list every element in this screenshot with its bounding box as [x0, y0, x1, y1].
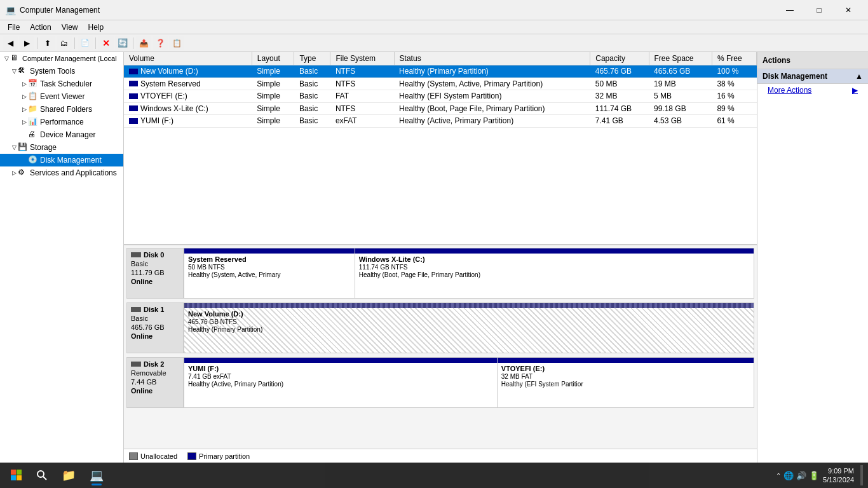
toolbar: ◀ ▶ ⬆ 🗂 📄 ✕ 🔄 📤 ❓ 📋: [0, 34, 868, 52]
tb-forward[interactable]: ▶: [19, 36, 34, 50]
system-tools-icon: 🛠: [18, 66, 28, 76]
computer-mgmt-icon: 💻: [90, 468, 104, 482]
tb-help[interactable]: ❓: [153, 36, 168, 50]
disk-status: Online: [131, 387, 179, 395]
tb-properties[interactable]: 📄: [78, 36, 93, 50]
time-display: 9:09 PM: [823, 466, 854, 475]
partition[interactable]: New Volume (D:) 465.76 GB NTFS Healthy (…: [184, 303, 754, 353]
table-row[interactable]: VTOYEFI (E:) Simple Basic FAT Healthy (E…: [124, 90, 757, 103]
partition[interactable]: VTOYEFI (E:) 32 MB FAT Healthy (EFI Syst…: [498, 358, 754, 407]
col-freespace: Free Space: [649, 52, 712, 65]
task-scheduler-label: Task Scheduler: [40, 79, 92, 88]
disk-name: Disk 2: [131, 360, 179, 368]
storage-icon: 💾: [18, 142, 28, 152]
col-layout: Layout: [252, 52, 294, 65]
cell-fs: NTFS: [330, 65, 394, 78]
cell-layout: Simple: [252, 102, 294, 115]
sidebar-item-event-viewer[interactable]: ▷ 📋 Event Viewer: [0, 90, 123, 103]
close-button[interactable]: ✕: [834, 0, 863, 20]
show-desktop[interactable]: [860, 465, 863, 485]
col-type: Type: [294, 52, 330, 65]
disk-row: Disk 1 Basic 465.76 GB Online New Volume…: [126, 302, 754, 353]
cell-fs: NTFS: [330, 78, 394, 90]
svg-rect-3: [17, 475, 22, 480]
expander-device: [20, 131, 28, 139]
table-row[interactable]: Windows X-Lite (C:) Simple Basic NTFS He…: [124, 102, 757, 115]
cell-status: Healthy (Active, Primary Partition): [394, 115, 590, 128]
disk-mgmt-collapse-icon[interactable]: ▲: [855, 72, 863, 81]
tb-sep3: [95, 37, 96, 49]
table-row[interactable]: System Reserved Simple Basic NTFS Health…: [124, 78, 757, 90]
menu-file[interactable]: File: [3, 22, 25, 33]
cell-capacity: 7.41 GB: [590, 115, 649, 128]
start-button[interactable]: [5, 464, 28, 487]
disk-type: Removable: [131, 369, 179, 377]
windows-icon: [11, 470, 22, 481]
tb-extra1[interactable]: 📋: [169, 36, 184, 50]
cell-capacity: 465.76 GB: [590, 65, 649, 78]
partition-size: 50 MB NTFS: [188, 264, 351, 271]
col-volume: Volume: [124, 52, 252, 65]
sidebar-root[interactable]: ▽ 🖥 Computer Management (Local: [0, 52, 123, 65]
disk-type: Basic: [131, 315, 179, 322]
search-button[interactable]: [31, 464, 53, 487]
title-text: Computer Management: [20, 6, 775, 15]
sidebar-item-system-tools[interactable]: ▽ 🛠 System Tools: [0, 65, 123, 78]
partition-size: 111.74 GB NTFS: [359, 264, 750, 271]
svg-rect-0: [11, 470, 16, 475]
table-row[interactable]: YUMI (F:) Simple Basic exFAT Healthy (Ac…: [124, 115, 757, 128]
cell-status: Healthy (EFI System Partition): [394, 90, 590, 103]
services-icon: ⚙: [18, 168, 28, 178]
tray-battery-icon: 🔋: [809, 471, 819, 480]
menu-action[interactable]: Action: [25, 22, 56, 33]
partition-header: [498, 358, 754, 363]
sidebar-item-performance[interactable]: ▷ 📊 Performance: [0, 116, 123, 128]
cell-pct: 100 %: [712, 65, 756, 78]
cell-volume: New Volume (D:): [124, 65, 252, 78]
tb-refresh[interactable]: 🔄: [115, 36, 130, 50]
partition-header: [355, 248, 754, 254]
cell-status: Healthy (Primary Partition): [394, 65, 590, 78]
disk-type: Basic: [131, 260, 179, 268]
tb-export[interactable]: 📤: [136, 36, 151, 50]
taskbar-explorer[interactable]: 📁: [56, 464, 81, 487]
table-row[interactable]: New Volume (D:) Simple Basic NTFS Health…: [124, 65, 757, 78]
sidebar-item-storage[interactable]: ▽ 💾 Storage: [0, 141, 123, 154]
tb-back[interactable]: ◀: [3, 36, 18, 50]
partition[interactable]: Windows X-Lite (C:) 111.74 GB NTFS Healt…: [355, 248, 754, 298]
expander-system-tools: ▽: [10, 67, 18, 75]
svg-line-5: [43, 477, 46, 480]
cell-fs: exFAT: [330, 115, 394, 128]
sidebar-item-device-manager[interactable]: 🖨 Device Manager: [0, 128, 123, 141]
partition-status: Healthy (System, Active, Primary: [188, 271, 351, 278]
sidebar-item-disk-management[interactable]: 💿 Disk Management: [0, 154, 123, 166]
sidebar-item-shared-folders[interactable]: ▷ 📁 Shared Folders: [0, 103, 123, 116]
taskbar-time[interactable]: 9:09 PM 5/13/2024: [823, 466, 854, 485]
tray-up-arrow[interactable]: ⌃: [776, 472, 781, 479]
cell-pct: 38 %: [712, 78, 756, 90]
svg-point-4: [37, 471, 44, 477]
partition[interactable]: YUMI (F:) 7.41 GB exFAT Healthy (Active,…: [184, 358, 498, 407]
tb-up[interactable]: ⬆: [40, 36, 55, 50]
tb-stop[interactable]: ✕: [98, 36, 114, 50]
sidebar-item-services-applications[interactable]: ▷ ⚙ Services and Applications: [0, 166, 123, 179]
window-controls: — □ ✕: [775, 0, 863, 20]
tb-show-hide[interactable]: 🗂: [57, 36, 72, 50]
menu-help[interactable]: Help: [83, 22, 109, 33]
partition[interactable]: System Reserved 50 MB NTFS Healthy (Syst…: [184, 248, 355, 298]
col-status: Status: [394, 52, 590, 65]
taskbar-computer-mgmt[interactable]: 💻: [84, 464, 109, 487]
cell-layout: Simple: [252, 90, 294, 103]
actions-header: Actions: [757, 52, 868, 69]
root-label: Computer Management (Local: [22, 55, 117, 62]
minimize-button[interactable]: —: [775, 0, 804, 20]
maximize-button[interactable]: □: [804, 0, 834, 20]
disk-row: Disk 0 Basic 111.79 GB Online System Res…: [126, 248, 754, 299]
more-actions-item[interactable]: More Actions ▶: [757, 84, 868, 97]
sidebar-item-task-scheduler[interactable]: ▷ 📅 Task Scheduler: [0, 78, 123, 90]
legend-primary-box: [187, 452, 196, 460]
tray-network-icon: 🌐: [783, 471, 794, 480]
taskbar: 📁 💻 ⌃ 🌐 🔊 🔋 9:09 PM 5/13/2024: [0, 463, 868, 488]
disk-partitions: System Reserved 50 MB NTFS Healthy (Syst…: [184, 248, 754, 299]
menu-view[interactable]: View: [57, 22, 83, 33]
